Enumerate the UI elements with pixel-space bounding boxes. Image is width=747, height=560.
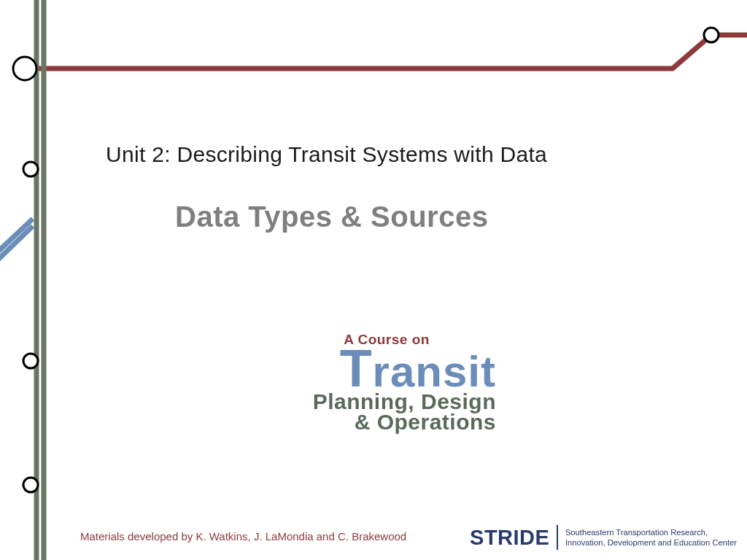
course-logo-line3b: & Operations — [248, 411, 496, 434]
course-logo: A Course on Transit Planning, Design & O… — [248, 332, 496, 433]
svg-point-4 — [23, 162, 38, 176]
slide-subtitle: Data Types & Sources — [175, 201, 488, 233]
stride-logo: STRIDE Southeastern Transportation Resea… — [470, 525, 737, 550]
svg-point-2 — [13, 57, 36, 80]
stride-word: STRIDE — [470, 526, 549, 550]
unit-title: Unit 2: Describing Transit Systems with … — [106, 142, 547, 167]
svg-point-3 — [704, 28, 719, 42]
stride-tagline: Southeastern Transportation Research, In… — [565, 527, 737, 548]
svg-point-6 — [23, 478, 38, 492]
stride-tag-line1: Southeastern Transportation Research, — [565, 527, 737, 537]
stride-tag-line2: Innovation, Development and Education Ce… — [565, 537, 737, 548]
svg-point-5 — [23, 354, 38, 368]
course-logo-line2: Transit — [248, 343, 496, 393]
credits-line: Materials developed by K. Watkins, J. La… — [80, 530, 406, 542]
transit-map-decoration — [0, 0, 747, 560]
stride-divider — [557, 525, 558, 550]
